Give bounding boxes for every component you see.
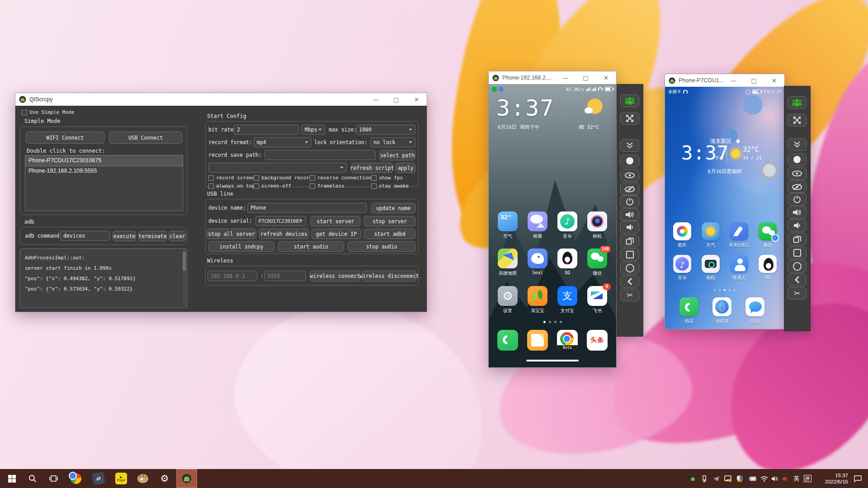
get-device-ip-button[interactable]: get device IP <box>311 229 361 239</box>
tray-android-icon[interactable] <box>687 469 698 488</box>
update-name-button[interactable]: update name <box>371 203 415 213</box>
menu-button[interactable] <box>788 246 807 259</box>
app-contacts[interactable]: 联系人 <box>726 255 753 281</box>
screen-off-button[interactable] <box>788 180 807 193</box>
volume-up-button[interactable] <box>788 206 807 219</box>
select-path-button[interactable]: select path <box>379 150 415 160</box>
volume-down-button[interactable] <box>788 219 807 232</box>
volume-up-button[interactable] <box>620 208 639 221</box>
execute-button[interactable]: execute <box>113 231 136 241</box>
log-scrollbar[interactable] <box>183 250 186 306</box>
app-qinbaobao[interactable]: 亲宝宝 <box>523 286 552 314</box>
dock-chrome[interactable]: Beta <box>553 330 582 351</box>
dock-messages[interactable]: 信息 <box>741 297 769 324</box>
record-save-path-input[interactable] <box>264 150 376 160</box>
taskbar-transfer-app[interactable]: ⇄ <box>89 469 108 488</box>
stop-audio-button[interactable]: stop audio <box>348 241 415 252</box>
back-button[interactable] <box>788 273 807 286</box>
app-music[interactable]: 音乐 <box>553 211 582 239</box>
app-gallery[interactable]: 图库 <box>669 222 696 249</box>
dock-phone[interactable] <box>493 330 522 351</box>
taskbar-settings[interactable]: ⚙ <box>155 469 175 488</box>
tray-power-icon[interactable] <box>747 469 758 488</box>
script-dropdown[interactable] <box>208 163 347 173</box>
app-settings[interactable]: 设置 <box>493 286 522 314</box>
collapse-button[interactable] <box>788 138 807 151</box>
app-music[interactable]: 音乐 <box>669 255 696 281</box>
tray-defender-icon[interactable] <box>734 469 745 488</box>
record-screen-checkbox[interactable]: record screen <box>208 175 255 181</box>
tray-usb-icon[interactable] <box>699 469 710 488</box>
app-wechat[interactable]: 189 微信 <box>583 249 612 277</box>
app-switch-button[interactable] <box>620 235 639 247</box>
screenshot-button[interactable]: ✂ <box>788 287 807 300</box>
fullscreen-button[interactable] <box>788 114 807 127</box>
bit-rate-input[interactable]: 2 <box>234 125 299 135</box>
use-simple-mode-checkbox[interactable]: Use Simple Mode <box>22 109 74 115</box>
taskbar-chrome[interactable] <box>66 469 86 488</box>
wifi-connect-button[interactable]: WIFI Connect <box>26 131 104 144</box>
app-camera[interactable]: 相机 <box>697 255 724 281</box>
tray-volume-icon[interactable] <box>769 469 780 488</box>
phone1-screen[interactable]: 82.3K/s 3:37 6月16日 周四下午 晴 32°C 32° 天气 相册… <box>489 84 616 367</box>
device-serial-dropdown[interactable]: P7CDU17C2301087 <box>255 216 306 226</box>
app-alipay[interactable]: 支 支付宝 <box>553 286 582 314</box>
background-record-checkbox[interactable]: background record <box>254 175 312 181</box>
record-format-dropdown[interactable]: mp4 <box>254 137 311 147</box>
app-weather[interactable]: 32° 天气 <box>493 211 522 239</box>
tray-screencast-icon[interactable] <box>722 469 733 488</box>
app-qq[interactable]: QQ <box>754 255 781 280</box>
screen-off-checkbox[interactable]: screen-off <box>254 183 291 189</box>
tray-telegram-icon[interactable] <box>711 469 722 488</box>
dock-phone[interactable]: 电话 <box>675 297 703 324</box>
usb-connect-button[interactable]: USB Connect <box>109 131 182 144</box>
phone2-screen[interactable]: 未插卡 100 下午3:37 浦东新区 3:37 下午 32°C 34 / 21… <box>665 87 784 329</box>
refresh-script-button[interactable]: refresh script <box>351 163 393 173</box>
apply-button[interactable]: apply <box>396 163 415 173</box>
minimize-icon[interactable]: — <box>555 71 576 84</box>
app-amap[interactable]: 高德地图 <box>493 249 522 277</box>
stop-all-server-button[interactable]: stop all server <box>207 229 256 239</box>
screen-off-button[interactable] <box>620 183 639 195</box>
menu-button[interactable] <box>620 248 639 261</box>
app-wechat[interactable]: ✓ 微信 <box>754 222 781 249</box>
maximize-icon[interactable]: □ <box>386 93 406 106</box>
touch-button[interactable] <box>788 153 807 166</box>
app-switch-button[interactable] <box>788 233 807 245</box>
dock-toutiao[interactable]: 头条 <box>583 330 612 351</box>
app-qq[interactable]: QQ <box>553 249 582 275</box>
screen-on-button[interactable] <box>620 169 639 182</box>
search-button[interactable] <box>23 469 42 488</box>
volume-down-button[interactable] <box>620 221 639 234</box>
show-fps-checkbox[interactable]: show fps <box>371 175 403 181</box>
wireless-ip-input[interactable]: 192.168.0.1 <box>208 271 257 281</box>
wireless-connect-button[interactable]: wireless connect <box>310 271 360 282</box>
tray-red-speaker-icon[interactable] <box>780 469 791 488</box>
wireless-disconnect-button[interactable]: wireless disconnect <box>362 271 416 282</box>
task-view-button[interactable] <box>43 469 63 488</box>
ime-language-indicator[interactable]: 英 <box>791 469 802 488</box>
close-icon[interactable]: ✕ <box>596 71 616 84</box>
taskbar-player[interactable]: ▶Player <box>111 469 131 488</box>
close-icon[interactable]: ✕ <box>406 93 427 106</box>
max-size-dropdown[interactable]: 1080 <box>356 125 415 135</box>
start-audio-button[interactable]: start audio <box>278 241 344 252</box>
dock-messages[interactable] <box>523 330 552 351</box>
minimize-icon[interactable]: — <box>366 93 386 106</box>
tray-wifi-icon[interactable] <box>759 469 769 488</box>
close-icon[interactable]: ✕ <box>764 74 784 87</box>
notification-center-button[interactable] <box>851 469 864 488</box>
app-weather[interactable]: 天气 <box>697 222 724 249</box>
minimize-icon[interactable]: — <box>723 74 744 87</box>
stop-server-button[interactable]: stop server <box>364 216 415 226</box>
taskbar-paint[interactable] <box>133 469 153 488</box>
bit-rate-unit-dropdown[interactable]: Mbps <box>302 125 325 135</box>
app-camera[interactable]: 相机 <box>583 211 612 239</box>
home-indicator[interactable] <box>526 360 579 361</box>
app-album[interactable]: 相册 <box>523 211 552 239</box>
always-on-top-checkbox[interactable]: always on top <box>208 183 255 189</box>
maximize-icon[interactable]: □ <box>744 74 764 87</box>
wireless-port-input[interactable]: 5555 <box>264 271 306 281</box>
app-youdao-note[interactable]: 有道云笔记 <box>726 222 753 248</box>
start-adbd-button[interactable]: start adbd <box>364 229 415 239</box>
